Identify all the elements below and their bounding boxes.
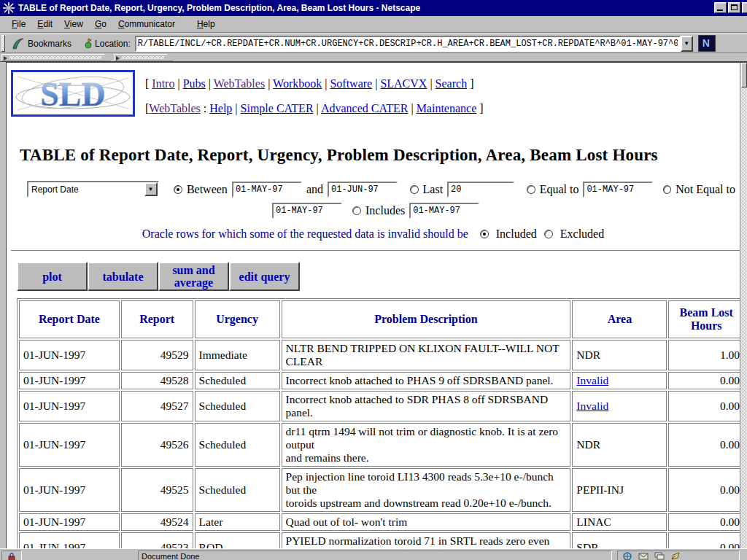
navigator-icon — [622, 552, 632, 560]
column-header-report-date: Report Date — [19, 300, 120, 338]
close-button[interactable] — [742, 2, 747, 13]
report-number-cell: 49528 — [121, 372, 193, 389]
field-selector[interactable]: Report Date ▼ — [27, 181, 159, 198]
report-date-cell: 01-JUN-1997 — [19, 468, 120, 512]
menu-file[interactable]: File — [6, 18, 31, 31]
collapsed-toolbar-strip — [0, 54, 747, 62]
bookmarks-label: Bookmarks — [28, 39, 71, 49]
collapsed-personal-toolbar-tab[interactable] — [114, 54, 174, 61]
report-number-cell: 49527 — [121, 391, 193, 421]
nav-link-pubs[interactable]: Pubs — [183, 77, 206, 90]
column-header-problem-description: Problem Description — [282, 300, 571, 338]
menu-communicator[interactable]: Communicator — [112, 18, 181, 31]
collapsed-navigation-toolbar-tab[interactable] — [1, 54, 111, 61]
included-radio[interactable] — [480, 230, 489, 238]
equal-to-label: Equal to — [540, 183, 579, 196]
problem-description-cell: Quad out of tol- won't trim — [282, 513, 571, 531]
urgency-cell: Scheduled — [195, 391, 280, 421]
nav-link-help[interactable]: Help — [209, 102, 232, 114]
page-title: TABLE of Report Date, Report, Urgency, P… — [20, 146, 740, 165]
sld-logo[interactable]: SLD — [11, 70, 135, 117]
nav-separator: | — [232, 102, 240, 114]
report-date-cell: 01-JUN-1997 — [19, 423, 120, 467]
nav-separator: | — [265, 77, 273, 90]
field-selector-value: Report Date — [28, 184, 144, 195]
security-indicator[interactable] — [1, 551, 22, 560]
results-table-header-row: Report DateReportUrgencyProblem Descript… — [19, 300, 740, 338]
nav-link-webtables[interactable]: WebTables — [214, 77, 265, 90]
urgency-cell: Immediate — [195, 340, 280, 370]
area-cell: LINAC — [572, 513, 667, 531]
problem-description-cell: Pep injection line toroid LI13 4300 read… — [282, 468, 571, 512]
equal-to-input[interactable] — [583, 182, 653, 198]
netscape-throbber[interactable] — [698, 35, 716, 52]
beam-lost-hours-cell: 0.00 — [668, 372, 740, 389]
nav-link-maintenance[interactable]: Maintenance — [417, 102, 477, 114]
bookmarks-button[interactable]: Bookmarks — [9, 36, 76, 52]
report-date-cell: 01-JUN-1997 — [19, 391, 120, 421]
location-input[interactable] — [135, 36, 681, 52]
scrollbar-thumb[interactable] — [741, 63, 747, 88]
nav-link-advanced-cater[interactable]: Advanced CATER — [321, 102, 409, 114]
area-link[interactable]: Invalid — [576, 400, 608, 412]
area-cell: SDR — [572, 532, 667, 548]
nav-separator: | — [408, 102, 416, 114]
area-link[interactable]: Invalid — [576, 374, 608, 386]
vertical-scrollbar[interactable] — [740, 63, 747, 548]
nav-link-simple-cater[interactable]: Simple CATER — [241, 102, 314, 114]
toolbar-grippy[interactable] — [1, 35, 5, 52]
menu-help[interactable]: Help — [191, 18, 221, 31]
report-date-cell: 01-JUN-1997 — [19, 340, 120, 370]
nav-link-search[interactable]: Search — [436, 77, 468, 90]
page-content: SLD [ Intro | Pubs | WebTables | Workboo… — [7, 63, 740, 548]
excluded-radio[interactable] — [544, 230, 553, 238]
last-radio[interactable] — [410, 185, 418, 194]
urgency-cell: Scheduled — [195, 423, 280, 467]
between-to-input[interactable] — [328, 182, 398, 198]
menu-view[interactable]: View — [58, 18, 89, 31]
includes-radio[interactable] — [352, 206, 361, 215]
not-equal-to-radio[interactable] — [663, 185, 671, 194]
nav-link-intro[interactable]: Intro — [152, 77, 174, 90]
not-equal-to-label: Not Equal to — [676, 183, 735, 196]
nav-link-software[interactable]: Software — [330, 77, 372, 90]
site-nav-primary: [ Intro | Pubs | WebTables | Workbook | … — [145, 77, 484, 90]
svg-text:SLD: SLD — [40, 76, 105, 113]
bookmarks-icon — [10, 36, 25, 51]
area-cell: NDR — [572, 423, 667, 467]
between-from-input[interactable] — [232, 182, 302, 198]
minimize-button[interactable] — [714, 2, 727, 13]
nav-link-webtables[interactable]: WebTables — [149, 102, 200, 114]
tabulate-button[interactable]: tabulate — [88, 262, 158, 291]
area-cell: NDR — [572, 340, 667, 370]
nav-separator: | — [174, 77, 182, 90]
not-equal-to-input[interactable] — [272, 203, 342, 219]
menu-edit[interactable]: Edit — [31, 18, 58, 31]
report-date-cell: 01-JUN-1997 — [19, 532, 120, 548]
urgency-cell: Later — [195, 513, 280, 531]
equal-to-radio[interactable] — [527, 185, 535, 194]
area-cell: Invalid — [572, 372, 667, 389]
security-lock-icon — [7, 553, 16, 560]
site-nav-webtables: [WebTables : Help | Simple CATER | Advan… — [145, 102, 484, 115]
sum-and-average-button[interactable]: sum and average — [158, 262, 229, 291]
table-row: 01-JUN-199749528ScheduledIncorrect knob … — [19, 372, 740, 389]
includes-input[interactable] — [409, 203, 479, 219]
maximize-button[interactable] — [728, 2, 740, 13]
netscape-app-icon — [3, 2, 15, 14]
action-button-row: plottabulatesum and averageedit query — [17, 262, 740, 291]
menu-go[interactable]: Go — [89, 18, 112, 31]
component-bar[interactable] — [617, 551, 740, 560]
between-radio[interactable] — [174, 185, 182, 194]
plot-button[interactable]: plot — [17, 262, 88, 291]
nav-separator: [ — [145, 77, 152, 90]
column-header-report: Report — [121, 300, 193, 338]
nav-link-slacvx[interactable]: SLACVX — [380, 77, 427, 90]
edit-query-button[interactable]: edit query — [229, 262, 300, 291]
nav-link-workbook[interactable]: Workbook — [273, 77, 322, 90]
location-dropdown-button[interactable]: ▼ — [681, 36, 693, 52]
beam-lost-hours-cell: 0.00 — [668, 513, 740, 531]
nav-separator: : — [201, 102, 209, 114]
last-input[interactable] — [447, 182, 514, 198]
beam-lost-hours-cell: 0.00 — [668, 423, 740, 467]
